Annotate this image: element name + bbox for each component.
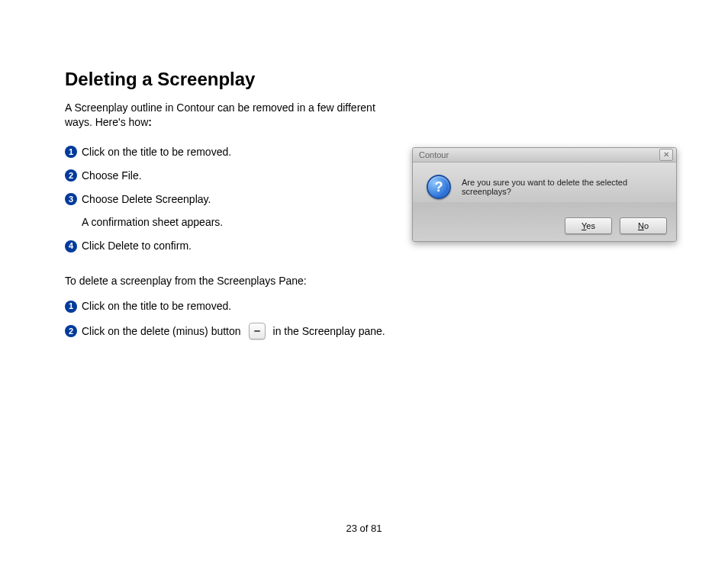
- bullet-1-icon: 1: [65, 301, 77, 313]
- step-a1-text: Click on the title to be removed.: [82, 145, 231, 159]
- bullet-1-icon: 1: [65, 146, 77, 158]
- step-a3-text: Choose Delete Screenplay.: [82, 192, 211, 207]
- bullet-2-icon: 2: [65, 169, 77, 182]
- step-b2-text-pre: Click on the delete (minus) button: [82, 324, 241, 339]
- no-button-label: No: [638, 221, 649, 230]
- steps-list-b: 1 Click on the title to be removed. 2 Cl…: [65, 299, 663, 339]
- intro-text-1: A Screenplay outline in Contour can be r…: [65, 101, 375, 114]
- close-icon[interactable]: ✕: [659, 149, 673, 161]
- dialog-message: Are you sure you want to delete the sele…: [462, 178, 667, 196]
- dialog-titlebar: Contour ✕: [413, 148, 676, 162]
- yes-button[interactable]: Yes: [565, 217, 612, 234]
- paragraph-2: To delete a screenplay from the Screenpl…: [65, 275, 663, 287]
- no-button[interactable]: No: [620, 217, 667, 234]
- intro-colon: :: [148, 116, 152, 128]
- intro-paragraph: A Screenplay outline in Contour can be r…: [65, 101, 385, 130]
- confirmation-dialog: Contour ✕ ? Are you sure you want to del…: [412, 147, 677, 242]
- step-a2-text: Choose File.: [82, 169, 142, 183]
- yes-button-label: Yes: [581, 221, 595, 230]
- dialog-body: ? Are you sure you want to delete the se…: [413, 162, 676, 242]
- page-title: Deleting a Screenplay: [65, 69, 663, 90]
- step-a4-text: Click Delete to confirm.: [82, 239, 192, 253]
- bullet-4-icon: 4: [65, 240, 77, 253]
- page-number: 23 of 81: [0, 523, 728, 534]
- bullet-3-icon: 3: [65, 193, 77, 205]
- step-b2: 2 Click on the delete (minus) button in …: [65, 323, 663, 339]
- step-b1: 1 Click on the title to be removed.: [65, 299, 663, 314]
- step-b1-text: Click on the title to be removed.: [82, 299, 231, 314]
- question-icon: ?: [427, 175, 451, 199]
- dialog-button-row: Yes No: [565, 217, 667, 234]
- dialog-title: Contour: [419, 150, 449, 159]
- dialog-message-row: ? Are you sure you want to delete the se…: [427, 175, 667, 199]
- minus-button-icon: [249, 323, 266, 339]
- document-page: Deleting a Screenplay A Screenplay outli…: [0, 0, 728, 563]
- minus-icon: [254, 330, 260, 332]
- intro-text-2: ways. Here's how: [65, 116, 148, 128]
- bullet-2-icon: 2: [65, 325, 77, 337]
- step-b2-text-post: in the Screenplay pane.: [273, 324, 385, 339]
